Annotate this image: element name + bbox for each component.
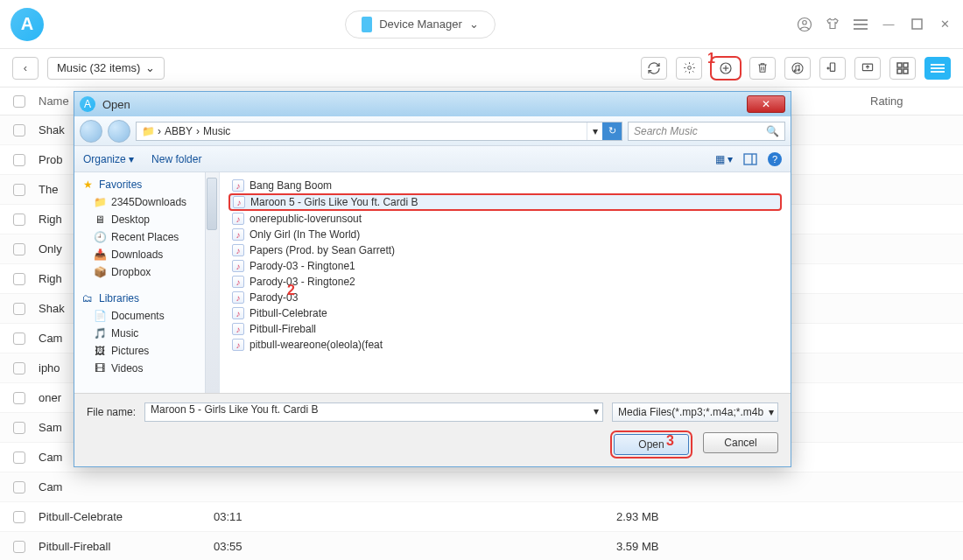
row-checkbox[interactable] (13, 184, 25, 196)
menu-icon[interactable] (853, 17, 868, 32)
breadcrumb[interactable]: 📁 › ABBY › Music ▾ ↻ (136, 122, 622, 141)
file-item[interactable]: ♪Bang Bang Boom (228, 178, 782, 193)
folder-icon: 🖥 (94, 214, 106, 226)
row-checkbox[interactable] (13, 154, 25, 166)
delete-button[interactable] (749, 57, 776, 80)
folder-icon: 📦 (94, 266, 106, 278)
filename-input[interactable]: Maroon 5 - Girls Like You ft. Cardi B ▾ (144, 402, 603, 422)
nav-forward-button[interactable] (108, 120, 130, 143)
file-item[interactable]: ♪Pitbull-Fireball (228, 321, 782, 337)
file-list[interactable]: ♪Bang Bang Boom♪Maroon 5 - Girls Like Yo… (220, 172, 791, 393)
tree-item[interactable]: 🎞Videos (74, 360, 219, 377)
row-checkbox[interactable] (13, 214, 25, 226)
help-icon[interactable]: ? (768, 152, 782, 166)
dialog-close-button[interactable]: ✕ (747, 95, 785, 113)
row-checkbox[interactable] (13, 243, 25, 256)
row-checkbox[interactable] (13, 422, 25, 434)
tree-item[interactable]: 🕘Recent Places (74, 228, 219, 246)
dialog-toolbar: Organize ▾ New folder ▦ ▾ ? (74, 146, 791, 172)
select-all-checkbox[interactable] (13, 95, 25, 108)
star-icon: ★ (81, 178, 94, 191)
view-options-button[interactable]: ▦ ▾ (715, 153, 733, 165)
device-manager-dropdown[interactable]: Device Manager ⌄ (345, 10, 496, 38)
folder-tree[interactable]: ★Favorites 📁2345Downloads🖥Desktop🕘Recent… (74, 172, 220, 393)
cell-name: Pitbull-Celebrate (39, 510, 214, 523)
filename-dropdown-icon[interactable]: ▾ (594, 405, 599, 417)
svg-rect-15 (897, 63, 902, 67)
svg-point-6 (687, 66, 691, 70)
filetype-select[interactable]: Media Files(*.mp3;*.m4a;*.m4b ▾ (612, 402, 778, 422)
nav-back-button[interactable] (80, 120, 102, 143)
tree-item[interactable]: 📄Documents (74, 307, 219, 325)
to-device-button[interactable] (819, 57, 846, 80)
row-checkbox[interactable] (13, 511, 25, 523)
back-button[interactable]: ‹ (12, 57, 39, 80)
maximize-icon[interactable] (909, 17, 924, 32)
account-icon[interactable] (797, 17, 812, 32)
category-label: Music (32 items) (57, 61, 140, 74)
music-file-icon: ♪ (232, 244, 244, 256)
svg-rect-16 (903, 63, 908, 67)
folder-icon: 📥 (94, 248, 106, 261)
settings-button[interactable] (676, 57, 702, 80)
tree-item[interactable]: 📁2345Downloads (74, 193, 219, 211)
preview-pane-button[interactable] (743, 153, 757, 165)
add-button[interactable] (711, 57, 741, 80)
folder-icon: 🕘 (94, 231, 106, 243)
svg-rect-17 (897, 69, 902, 74)
dialog-titlebar[interactable]: A Open ✕ (74, 92, 791, 116)
file-item[interactable]: ♪pitbull-weareone(oleola)(feat (228, 337, 782, 353)
tree-item[interactable]: 🎵Music (74, 325, 219, 342)
file-item[interactable]: ♪Only Girl (In The World) (228, 227, 782, 242)
row-checkbox[interactable] (13, 362, 25, 374)
row-checkbox[interactable] (13, 124, 25, 136)
search-input[interactable]: Search Music 🔍 (628, 122, 785, 141)
col-rating[interactable]: Rating (870, 94, 963, 108)
file-item[interactable]: ♪Papers (Prod. by Sean Garrett) (228, 242, 782, 258)
new-folder-button[interactable]: New folder (151, 153, 201, 165)
file-item[interactable]: ♪Pitbull-Celebrate (228, 305, 782, 321)
libraries-header: Libraries (99, 292, 139, 304)
svg-rect-5 (912, 19, 922, 29)
music-file-icon: ♪ (232, 276, 244, 288)
to-pc-button[interactable] (854, 57, 881, 80)
table-row[interactable]: Cam (0, 472, 963, 502)
crumb-dropdown-icon[interactable]: ▾ (587, 122, 602, 140)
tree-scrollbar[interactable] (205, 172, 219, 393)
cancel-button[interactable]: Cancel (703, 432, 778, 453)
row-checkbox[interactable] (13, 273, 25, 285)
row-checkbox[interactable] (13, 332, 25, 345)
table-row[interactable]: Pitbull-Fireball 03:55 3.59 MB (0, 532, 963, 560)
close-icon[interactable]: ✕ (937, 17, 952, 32)
row-checkbox[interactable] (13, 481, 25, 494)
cell-time: 03:11 (214, 510, 310, 523)
tree-item[interactable]: 📥Downloads (74, 246, 219, 263)
row-checkbox[interactable] (13, 452, 25, 464)
table-row[interactable]: Pitbull-Celebrate 03:11 2.93 MB (0, 502, 963, 532)
to-itunes-button[interactable] (784, 57, 811, 80)
file-item[interactable]: ♪onerepublic-loverunsout (228, 211, 782, 227)
crumb-refresh-button[interactable]: ↻ (602, 122, 622, 140)
row-checkbox[interactable] (13, 541, 25, 553)
minimize-icon[interactable]: — (881, 17, 896, 32)
file-item[interactable]: ♪Parody-03 - Ringtone1 (228, 258, 782, 274)
folder-icon: 📁 (94, 196, 106, 208)
row-checkbox[interactable] (13, 303, 25, 315)
open-button[interactable]: Open (614, 434, 689, 455)
filename-value: Maroon 5 - Girls Like You ft. Cardi B (151, 403, 318, 416)
organize-menu[interactable]: Organize ▾ (83, 153, 134, 165)
app-logo: A (11, 8, 44, 41)
tree-item[interactable]: 📦Dropbox (74, 263, 219, 281)
grid-view-button[interactable] (889, 57, 916, 80)
list-view-button[interactable] (924, 57, 951, 80)
tree-item[interactable]: 🖥Desktop (74, 211, 219, 228)
tree-item[interactable]: 🖼Pictures (74, 342, 219, 360)
file-item[interactable]: ♪Maroon 5 - Girls Like You ft. Cardi B (228, 193, 782, 211)
row-checkbox[interactable] (13, 392, 25, 404)
file-item[interactable]: ♪Parody-03 - Ringtone2 (228, 274, 782, 290)
cell-name: Pitbull-Fireball (39, 540, 214, 553)
tshirt-icon[interactable] (825, 17, 840, 32)
category-dropdown[interactable]: Music (32 items) ⌄ (47, 57, 165, 80)
refresh-button[interactable] (641, 57, 667, 80)
file-item[interactable]: ♪Parody-03 (228, 290, 782, 305)
